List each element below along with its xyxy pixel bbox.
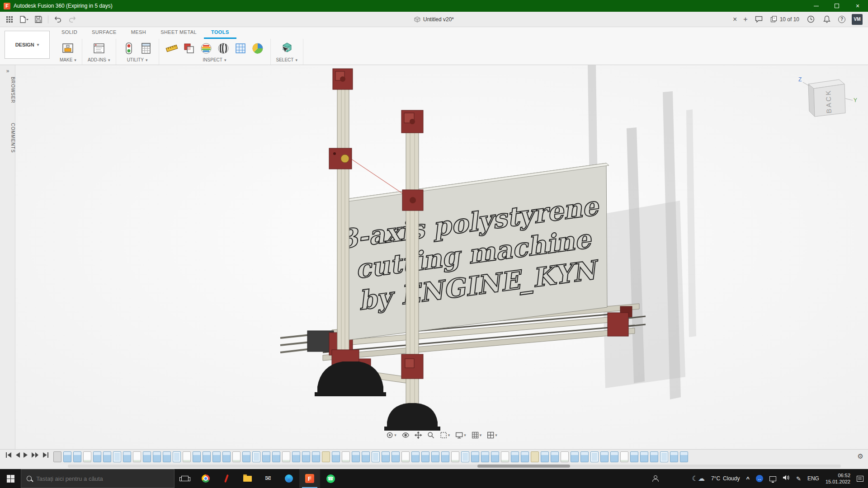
expand-browser-icon[interactable]: » <box>0 68 15 74</box>
tab-tools[interactable]: TOOLS <box>204 27 236 39</box>
comments-icon[interactable] <box>754 14 764 24</box>
timeline-feature-11-box[interactable] <box>153 451 161 462</box>
people-icon[interactable] <box>652 475 658 482</box>
pan-icon[interactable] <box>413 431 424 440</box>
select-icon[interactable] <box>279 41 294 56</box>
utility-traffic-light-icon[interactable] <box>122 41 136 56</box>
timeline-feature-29-box[interactable] <box>332 451 340 462</box>
file-menu-icon[interactable] <box>19 14 29 24</box>
whatsapp-app[interactable]: ☎ <box>320 469 341 488</box>
timeline-feature-41-sketch[interactable] <box>451 451 459 462</box>
timeline-feature-18-box[interactable] <box>222 451 231 462</box>
user-avatar[interactable]: VM <box>852 14 863 25</box>
curvature-map-icon[interactable] <box>199 41 213 56</box>
timeline-feature-25-box[interactable] <box>292 451 300 462</box>
timeline-feature-64-box[interactable] <box>680 451 688 462</box>
addins-icon[interactable] <box>92 41 106 56</box>
timeline-feature-3-box[interactable] <box>73 451 81 462</box>
right-foot[interactable] <box>387 403 438 428</box>
timeline-feature-28-tan[interactable] <box>322 451 330 462</box>
help-icon[interactable]: ? <box>838 16 845 23</box>
3d-model[interactable]: 3-axis polystyrene cutting machine by EN… <box>15 65 868 449</box>
timeline-feature-50-box[interactable] <box>541 451 549 462</box>
notifications-bell-icon[interactable] <box>822 14 832 24</box>
timeline-feature-33-joint[interactable] <box>372 451 380 462</box>
utility-label[interactable]: UTILITY <box>127 57 144 62</box>
timeline-feature-4-sketch[interactable] <box>83 451 91 462</box>
timeline-feature-31-box[interactable] <box>352 451 360 462</box>
tab-solid[interactable]: SOLID <box>54 27 85 39</box>
timeline-feature-38-box[interactable] <box>421 451 429 462</box>
viewport-canvas[interactable]: 3-axis polystyrene cutting machine by EN… <box>15 65 868 449</box>
measure-icon[interactable] <box>165 41 179 56</box>
grid-snap-icon[interactable]: ▾ <box>470 431 484 440</box>
timeline-scrollbar[interactable] <box>68 465 841 468</box>
start-button[interactable] <box>0 469 21 488</box>
timeline-feature-51-box[interactable] <box>551 451 559 462</box>
timeline-feature-34-box[interactable] <box>382 451 390 462</box>
timeline-feature-1-gray[interactable] <box>53 451 61 462</box>
timeline-feature-15-box[interactable] <box>193 451 201 462</box>
timeline-feature-54-box[interactable] <box>580 451 589 462</box>
timeline-feature-30-sketch[interactable] <box>342 451 350 462</box>
timeline-feature-39-box[interactable] <box>431 451 439 462</box>
interference-icon[interactable] <box>182 41 196 56</box>
timeline-settings-gear-icon[interactable]: ⚙ <box>858 452 863 460</box>
tab-mesh[interactable]: MESH <box>124 27 153 39</box>
timeline-feature-17-box[interactable] <box>212 451 221 462</box>
close-tab-icon[interactable]: × <box>733 16 737 23</box>
volume-icon[interactable] <box>783 474 790 483</box>
timeline-feature-57-box[interactable] <box>610 451 618 462</box>
maximize-button[interactable] <box>826 0 847 12</box>
timeline-feature-13-joint[interactable] <box>173 451 181 462</box>
document-tab[interactable]: Untitled v20* <box>408 12 460 27</box>
look-at-icon[interactable] <box>400 431 411 440</box>
job-status[interactable]: 10 of 10 <box>770 16 799 23</box>
browser-panel-tab[interactable]: BROWSER <box>0 77 15 103</box>
viewcube[interactable]: BACK Z Y <box>790 71 858 126</box>
mail-app[interactable]: ✉ <box>258 469 278 488</box>
timeline-feature-59-box[interactable] <box>630 451 638 462</box>
minimize-button[interactable] <box>806 0 826 12</box>
timeline-feature-16-box[interactable] <box>203 451 211 462</box>
timeline-feature-24-sketch[interactable] <box>282 451 290 462</box>
close-button[interactable]: × <box>847 0 868 12</box>
timeline-scrollbar-thumb[interactable] <box>477 465 570 468</box>
timeline-feature-36-sketch[interactable] <box>401 451 410 462</box>
timeline-feature-26-box[interactable] <box>302 451 310 462</box>
timeline-feature-49-tan[interactable] <box>531 451 539 462</box>
skip-to-start-icon[interactable] <box>5 452 12 458</box>
timeline-feature-5-box[interactable] <box>93 451 101 462</box>
clock-widget[interactable]: 06:52 15.01.2022 <box>826 472 850 485</box>
left-wire-carriage[interactable] <box>329 148 352 169</box>
play-icon[interactable] <box>23 452 28 458</box>
action-center-icon[interactable] <box>857 476 863 482</box>
orbit-icon[interactable]: ▾ <box>384 431 398 440</box>
fusion360-app[interactable]: F <box>299 469 320 488</box>
timeline-feature-61-box[interactable] <box>650 451 658 462</box>
timeline-feature-58-sketch[interactable] <box>620 451 628 462</box>
timeline-feature-8-box[interactable] <box>123 451 131 462</box>
timeline-feature-44-box[interactable] <box>481 451 489 462</box>
timeline-feature-40-box[interactable] <box>441 451 449 462</box>
task-view-button[interactable] <box>175 469 195 488</box>
pen-tray-icon[interactable]: ✎ <box>796 475 801 482</box>
search-input[interactable] <box>36 475 169 482</box>
timeline-feature-27-box[interactable] <box>312 451 320 462</box>
right-lower-bracket[interactable] <box>401 354 423 379</box>
zebra-analysis-icon[interactable] <box>216 41 231 56</box>
section-analysis-icon[interactable] <box>233 41 248 56</box>
comments-panel-tab[interactable]: COMMENTS <box>0 123 15 153</box>
make-label[interactable]: MAKE <box>60 57 72 62</box>
blue-circle-app[interactable] <box>278 469 299 488</box>
tab-sheet-metal[interactable]: SHEET METAL <box>153 27 204 39</box>
timeline-feature-53-box[interactable] <box>571 451 579 462</box>
extension-clock-icon[interactable] <box>806 14 816 24</box>
timeline-feature-10-box[interactable] <box>143 451 151 462</box>
foam-board[interactable]: 3-axis polystyrene cutting machine by EN… <box>338 163 609 343</box>
tab-surface[interactable]: SURFACE <box>85 27 124 39</box>
timeline-feature-2-box[interactable] <box>63 451 71 462</box>
timeline-feature-42-joint[interactable] <box>461 451 469 462</box>
timeline-feature-43-box[interactable] <box>471 451 479 462</box>
chrome-app[interactable] <box>195 469 216 488</box>
